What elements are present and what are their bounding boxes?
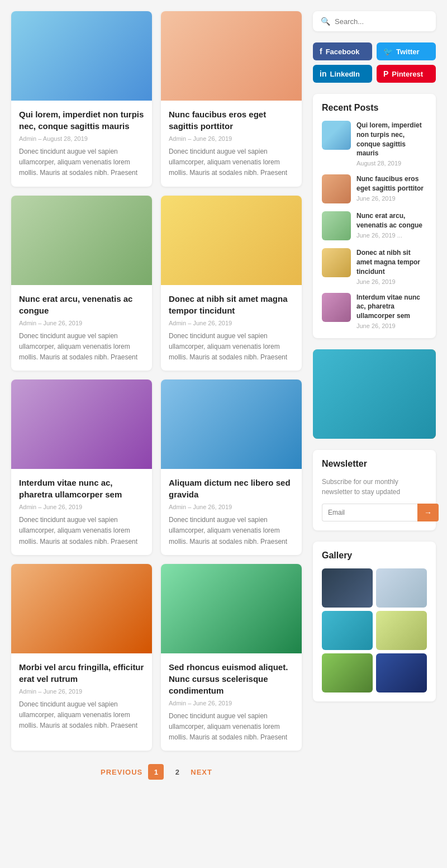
post-meta-5: Admin – June 26, 2019	[169, 504, 294, 510]
post-title-0[interactable]: Qui lorem, imperdiet non turpis nec, con…	[19, 108, 144, 132]
gallery-item-2[interactable]	[322, 611, 373, 650]
post-meta-6: Admin – June 26, 2019	[19, 688, 144, 695]
recent-post-info-4: Interdum vitae nunc ac, pharetra ullamco…	[356, 293, 427, 329]
recent-post-info-1: Nunc faucibus eros eget sagittis porttit…	[356, 174, 427, 202]
recent-post-item-4[interactable]: Interdum vitae nunc ac, pharetra ullamco…	[322, 293, 427, 329]
post-title-7[interactable]: Sed rhoncus euismod aliquet. Nunc cursus…	[169, 661, 294, 696]
post-card-7: Sed rhoncus euismod aliquet. Nunc cursus…	[161, 564, 302, 751]
post-excerpt-1: Donec tincidunt augue vel sapien ullamco…	[169, 146, 294, 179]
recent-post-item-0[interactable]: Qui lorem, imperdiet non turpis nec, con…	[322, 121, 427, 167]
recent-post-title-0: Qui lorem, imperdiet non turpis nec, con…	[356, 121, 427, 158]
recent-posts-title: Recent Posts	[322, 103, 427, 113]
post-image-4	[11, 380, 152, 469]
post-excerpt-6: Donec tincidunt augue vel sapien ullamco…	[19, 699, 144, 732]
post-body-0: Qui lorem, imperdiet non turpis nec, con…	[11, 101, 152, 187]
search-box: 🔍	[313, 11, 436, 31]
pagination-page-2[interactable]: 2	[169, 764, 185, 780]
twitter-button[interactable]: 🐦 Twitter	[377, 42, 436, 60]
pagination-next[interactable]: NEXT	[191, 768, 212, 776]
recent-post-item-3[interactable]: Donec at nibh sit amet magna tempor tinc…	[322, 248, 427, 284]
posts-grid: Qui lorem, imperdiet non turpis nec, con…	[11, 11, 302, 751]
facebook-icon: f	[320, 47, 322, 56]
pinterest-icon: P	[383, 69, 388, 78]
recent-post-thumb-4	[322, 293, 351, 322]
post-title-4[interactable]: Interdum vitae nunc ac, pharetra ullamco…	[19, 477, 144, 500]
recent-post-info-2: Nunc erat arcu, venenatis ac congue June…	[356, 211, 427, 239]
pagination-prev[interactable]: PREVIOUS	[101, 768, 142, 776]
post-card-4: Interdum vitae nunc ac, pharetra ullamco…	[11, 380, 152, 555]
post-card-2: Nunc erat arcu, venenatis ac congue Admi…	[11, 196, 152, 371]
post-excerpt-2: Donec tincidunt augue vel sapien ullamco…	[19, 331, 144, 363]
social-buttons: f Facebook 🐦 Twitter in LinkedIn P Pinte…	[313, 42, 436, 83]
newsletter-title: Newsletter	[322, 459, 427, 469]
facebook-button[interactable]: f Facebook	[313, 42, 372, 60]
pagination: PREVIOUS 1 2 NEXT	[11, 764, 302, 780]
post-image-5	[161, 380, 302, 469]
gallery-item-3[interactable]	[376, 611, 427, 650]
recent-post-date-2: June 26, 2019 ...	[356, 232, 427, 239]
main-content: Qui lorem, imperdiet non turpis nec, con…	[11, 11, 302, 780]
post-excerpt-3: Donec tincidunt augue vel sapien ullamco…	[169, 331, 294, 363]
linkedin-button[interactable]: in LinkedIn	[313, 65, 372, 83]
gallery-grid	[322, 568, 427, 692]
post-meta-0: Admin – August 28, 2019	[19, 135, 144, 142]
post-body-1: Nunc faucibus eros eget sagittis porttit…	[161, 101, 302, 187]
newsletter-submit-button[interactable]: →	[417, 504, 439, 521]
gallery-item-0[interactable]	[322, 568, 373, 608]
sidebar: 🔍 f Facebook 🐦 Twitter in LinkedIn P Pin…	[313, 11, 436, 780]
newsletter-description: Subscribe for our monthly newsletter to …	[322, 477, 427, 497]
post-title-2[interactable]: Nunc erat arcu, venenatis ac congue	[19, 293, 144, 316]
gallery-item-1[interactable]	[376, 568, 427, 608]
post-title-6[interactable]: Morbi vel arcu fringilla, efficitur erat…	[19, 661, 144, 685]
recent-post-info-3: Donec at nibh sit amet magna tempor tinc…	[356, 248, 427, 284]
twitter-label: Twitter	[396, 48, 420, 56]
recent-post-date-1: June 26, 2019	[356, 195, 427, 202]
gallery-item-4[interactable]	[322, 653, 373, 692]
gallery-item-5[interactable]	[376, 653, 427, 692]
post-card-3: Donec at nibh sit amet magna tempor tinc…	[161, 196, 302, 371]
post-card-1: Nunc faucibus eros eget sagittis porttit…	[161, 11, 302, 187]
post-image-2	[11, 196, 152, 285]
recent-post-title-3: Donec at nibh sit amet magna tempor tinc…	[356, 248, 427, 276]
recent-post-title-2: Nunc erat arcu, venenatis ac congue	[356, 211, 427, 230]
gallery-image-5	[376, 653, 427, 692]
post-title-5[interactable]: Aliquam dictum nec libero sed gravida	[169, 477, 294, 500]
post-title-3[interactable]: Donec at nibh sit amet magna tempor tinc…	[169, 293, 294, 316]
gallery-image-0	[322, 568, 373, 608]
pinterest-label: Pinterest	[392, 70, 423, 78]
post-excerpt-7: Donec tincidunt augue vel sapien ullamco…	[169, 711, 294, 743]
gallery-image-4	[322, 653, 373, 692]
gallery-widget: Gallery	[313, 542, 436, 701]
post-excerpt-4: Donec tincidunt augue vel sapien ullamco…	[19, 515, 144, 547]
pinterest-button[interactable]: P Pinterest	[377, 65, 436, 83]
post-image-6	[11, 564, 152, 653]
post-title-1[interactable]: Nunc faucibus eros eget sagittis porttit…	[169, 108, 294, 132]
newsletter-email-input[interactable]	[322, 504, 417, 521]
post-body-4: Interdum vitae nunc ac, pharetra ullamco…	[11, 469, 152, 555]
recent-post-item-1[interactable]: Nunc faucibus eros eget sagittis porttit…	[322, 174, 427, 203]
facebook-label: Facebook	[326, 48, 360, 56]
post-body-2: Nunc erat arcu, venenatis ac congue Admi…	[11, 285, 152, 371]
post-image-1	[161, 11, 302, 101]
promo-image	[313, 349, 436, 439]
gallery-image-2	[322, 611, 373, 650]
post-body-6: Morbi vel arcu fringilla, efficitur erat…	[11, 653, 152, 739]
recent-post-thumb-1	[322, 174, 351, 203]
post-card-0: Qui lorem, imperdiet non turpis nec, con…	[11, 11, 152, 187]
post-meta-1: Admin – June 26, 2019	[169, 135, 294, 142]
recent-post-date-4: June 26, 2019	[356, 322, 427, 329]
recent-post-title-1: Nunc faucibus eros eget sagittis porttit…	[356, 174, 427, 193]
post-meta-4: Admin – June 26, 2019	[19, 504, 144, 510]
post-meta-2: Admin – June 26, 2019	[19, 320, 144, 326]
pagination-page-1[interactable]: 1	[148, 764, 164, 780]
twitter-icon: 🐦	[383, 47, 393, 56]
recent-post-title-4: Interdum vitae nunc ac, pharetra ullamco…	[356, 293, 427, 321]
search-icon: 🔍	[321, 17, 330, 26]
recent-post-thumb-3	[322, 248, 351, 277]
recent-post-date-0: August 28, 2019	[356, 160, 427, 167]
post-excerpt-0: Donec tincidunt augue vel sapien ullamco…	[19, 146, 144, 179]
gallery-image-3	[376, 611, 427, 650]
recent-post-thumb-0	[322, 121, 351, 150]
recent-post-item-2[interactable]: Nunc erat arcu, venenatis ac congue June…	[322, 211, 427, 240]
search-input[interactable]	[335, 17, 429, 26]
